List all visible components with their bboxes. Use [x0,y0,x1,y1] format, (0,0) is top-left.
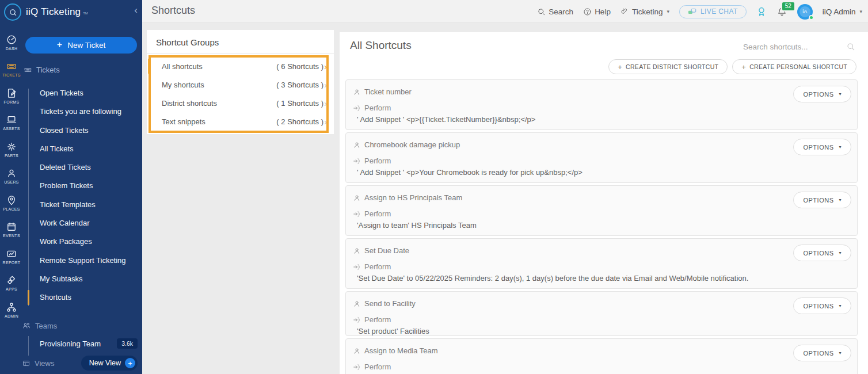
person-icon [353,247,361,255]
chevron-right-icon: › [324,117,327,126]
views-icon [22,359,31,368]
page-title: Shortcuts [151,5,195,17]
plus-icon: + [618,63,622,71]
trademark-label: TM [83,12,88,15]
shortcut-card-hs-principals: Assign to HS Principals Team OPTIONS▾ Pe… [345,185,858,236]
nav-item-work-packages[interactable]: Work Packages [0,232,142,251]
team-count-badge: 3.6k [117,338,138,349]
perform-icon [353,104,361,112]
shortcut-card-send-to-facility: Send to Facility OPTIONS▾ Perform 'Set p… [345,291,858,336]
perform-icon [353,316,361,324]
caret-down-icon: ▾ [667,9,669,14]
search-icon [537,7,546,16]
group-row-my-shortcuts[interactable]: My shortcuts ( 3 Shortcuts ) › [147,75,334,94]
views-section-label: Views [22,359,54,368]
nav-item-closed-tickets[interactable]: Closed Tickets [0,121,142,140]
shortcut-groups-panel: Shortcut Groups All shortcuts ( 6 Shortc… [147,30,334,134]
tree-line [28,336,29,356]
chat-icon [688,8,696,16]
nav-item-all-tickets[interactable]: All Tickets [0,140,142,158]
nav-item-shortcuts[interactable]: Shortcuts [0,288,142,307]
plus-icon: + [741,63,746,71]
chevron-right-icon: › [324,99,327,108]
search-icon[interactable] [846,42,855,51]
perform-icon [353,363,361,371]
caret-down-icon: ▾ [839,350,842,356]
nav-item-problem-tickets[interactable]: Problem Tickets [0,177,142,195]
achievement-badge-icon[interactable] [756,6,767,17]
group-row-district-shortcuts[interactable]: District shortcuts ( 1 Shortcuts ) › [147,94,334,112]
new-ticket-button[interactable]: + New Ticket [25,37,137,54]
options-button[interactable]: OPTIONS▾ [793,139,851,155]
shortcut-name: Assign to Media Team [364,346,438,355]
nav-item-open-tickets[interactable]: Open Tickets [0,84,142,102]
options-button[interactable]: OPTIONS▾ [793,345,851,361]
rail-item-dash[interactable]: DASH [0,29,23,56]
person-icon [353,347,361,355]
search-shortcuts-input[interactable] [743,43,832,51]
group-row-text-snippets[interactable]: Text snippets ( 2 Shortcuts ) › [147,112,334,131]
nav-item-provisioning-team[interactable]: Provisioning Team 3.6k [40,338,138,349]
shortcut-action: ' Add Snippet ' <p>Your Chromebook is re… [353,168,848,177]
caret-down-icon: ▾ [859,9,862,14]
teams-icon [22,321,31,330]
group-row-all-shortcuts[interactable]: All shortcuts ( 6 Shortcuts ) › [147,57,334,75]
person-icon [353,300,361,308]
options-button[interactable]: OPTIONS▾ [793,297,851,314]
shortcut-name: Send to Facility [364,299,416,308]
shortcut-card-chromebook-damage: Chromebook damage pickup OPTIONS▾ Perfor… [345,132,858,183]
paperclip-icon [620,7,629,16]
help-button[interactable]: Help [583,7,611,16]
app-root: iiQ Ticketing TM ‹ DASH TICKETS FORMS AS… [0,0,868,374]
chevron-right-icon: › [324,62,327,71]
person-icon [353,194,361,202]
shortcut-groups-title: Shortcut Groups [147,30,334,54]
collapse-sidebar-icon[interactable]: ‹ [134,5,138,16]
person-icon [353,88,361,96]
rail-item-tickets[interactable]: TICKETS [0,56,23,83]
options-button[interactable]: OPTIONS▾ [793,86,851,102]
brand-name: iiQ Ticketing [26,6,81,18]
chevron-right-icon: › [324,81,327,89]
caret-down-icon: ▾ [839,250,842,255]
live-chat-button[interactable]: LIVE CHAT [679,5,747,18]
shortcut-action: 'Set Due Date' to 05/22/2025 Reminders: … [353,274,848,283]
top-bar-actions: Search Help Ticketing ▾ LIVE CHAT 52 iA [537,0,862,23]
perform-icon [353,157,361,165]
nav-item-tickets-following[interactable]: Tickets you are following [0,102,142,121]
shortcut-card-set-due-date: Set Due Date OPTIONS▾ Perform 'Set Due D… [345,238,858,289]
create-district-shortcut-button[interactable]: + CREATE DISTRICT SHORTCUT [608,59,728,74]
global-search-button[interactable]: Search [537,7,573,16]
shortcut-card-media-team: Assign to Media Team OPTIONS▾ Perform 'A… [345,338,858,374]
plus-icon: + [125,358,135,368]
shortcut-search [743,42,855,51]
active-indicator [148,59,150,74]
nav-item-remote-support[interactable]: Remote Support Ticketing [0,251,142,270]
create-personal-shortcut-button[interactable]: + CREATE PERSONAL SHORTCUT [732,59,856,74]
shortcut-name: Set Due Date [364,246,409,255]
options-button[interactable]: OPTIONS▾ [793,192,851,208]
nav-item-deleted-tickets[interactable]: Deleted Tickets [0,158,142,177]
user-menu[interactable]: iiQ Admin ▾ [823,7,862,16]
new-view-button[interactable]: New View + [81,356,138,371]
nav-item-my-subtasks[interactable]: My Subtasks [0,270,142,288]
shortcut-name: Chromebook damage pickup [364,140,460,149]
notifications-button[interactable]: 52 [776,6,787,17]
caret-down-icon: ▾ [839,197,842,203]
sidebar: iiQ Ticketing TM ‹ DASH TICKETS FORMS AS… [0,0,142,374]
all-shortcuts-panel: All Shortcuts + CREATE DISTRICT SHORTCUT… [340,32,868,374]
notification-count-badge: 52 [781,1,795,12]
plus-icon: + [57,40,62,50]
shortcut-action: 'Assign to team' HS Principals Team [353,221,848,230]
nav-item-work-calendar[interactable]: Work Calendar [0,214,142,232]
shortcut-card-ticket-number: Ticket number OPTIONS▾ Perform ' Add Sni… [345,79,858,130]
app-logo-icon[interactable] [4,3,21,21]
tickets-section-label: Tickets [24,66,60,74]
nav-item-ticket-templates[interactable]: Ticket Templates [0,196,142,214]
avatar[interactable]: iA [797,4,813,20]
options-button[interactable]: OPTIONS▾ [793,245,851,261]
active-indicator [28,290,29,305]
ticketing-dropdown[interactable]: Ticketing ▾ [620,7,669,16]
ticket-icon [24,66,32,74]
tickets-nav-list: Open Tickets Tickets you are following C… [0,84,142,307]
